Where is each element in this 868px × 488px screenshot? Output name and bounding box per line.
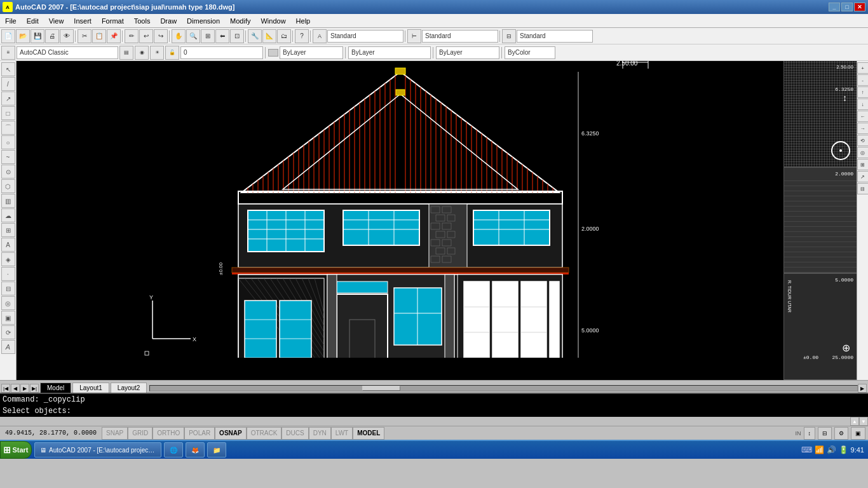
snap-button[interactable]: SNAP: [102, 427, 128, 440]
open-button[interactable]: 📂: [16, 29, 30, 43]
region-tool[interactable]: ☁: [1, 208, 15, 222]
menu-tools[interactable]: Tools: [129, 14, 156, 27]
copy-button[interactable]: 📋: [92, 29, 106, 43]
shrink-btn[interactable]: ⊟: [857, 183, 869, 194]
zoom-previous[interactable]: ⬅: [215, 29, 229, 43]
ortho-button[interactable]: ORTHO: [153, 427, 184, 440]
pan-left-btn[interactable]: ←: [857, 111, 869, 122]
text-tool[interactable]: A: [1, 340, 15, 354]
otrack-button[interactable]: OTRACK: [247, 427, 282, 440]
pan-right-btn[interactable]: →: [857, 123, 869, 134]
start-button[interactable]: ⊞ Start: [0, 441, 32, 459]
adj-btn[interactable]: ⊞: [857, 159, 869, 170]
insert-block[interactable]: ◈: [1, 252, 15, 266]
pan-up-btn[interactable]: ↑: [857, 86, 869, 98]
gradient-tool[interactable]: ⊟: [1, 281, 15, 295]
orbit-btn[interactable]: ⟲: [857, 135, 869, 146]
menu-insert[interactable]: Insert: [69, 14, 97, 27]
wipeout-tool[interactable]: ▣: [1, 311, 15, 325]
taskbar-autocad[interactable]: 🖥 AutoCAD 2007 - [E:\autocad project\sia…: [34, 442, 161, 458]
text-style-dropdown[interactable]: Standard: [327, 30, 403, 43]
grid-button[interactable]: GRID: [128, 427, 153, 440]
canvas-area[interactable]: 2.50.00: [17, 61, 783, 380]
save-button[interactable]: 💾: [31, 29, 44, 43]
status-icon1[interactable]: ↕: [804, 427, 816, 440]
redo-button[interactable]: ↪: [154, 29, 168, 43]
circle-tool[interactable]: ○: [1, 135, 15, 149]
layer-lock-btn[interactable]: 🔓: [165, 46, 179, 60]
mtext-tool[interactable]: A: [1, 238, 15, 252]
settings-icon[interactable]: ⚙: [834, 427, 848, 440]
scroll-first[interactable]: |◀: [1, 384, 10, 393]
lineweight-dropdown[interactable]: ByLayer: [436, 46, 499, 59]
flyout-btn[interactable]: ↗: [857, 171, 869, 182]
osnap-button[interactable]: OSNAP: [215, 427, 247, 440]
layer-status-btn[interactable]: ◉: [135, 46, 149, 60]
taskbar-icon2[interactable]: 🦊: [186, 442, 205, 458]
designcenter[interactable]: 📐: [262, 29, 276, 43]
menu-view[interactable]: View: [44, 14, 69, 27]
close-button[interactable]: ✕: [854, 3, 865, 11]
command-scroll[interactable]: ▲ ▼: [0, 417, 868, 426]
taskbar-icon1[interactable]: 🌐: [164, 442, 183, 458]
taskbar-icon3[interactable]: 📁: [207, 442, 226, 458]
pan-down-btn[interactable]: ↓: [857, 98, 869, 110]
line-tool[interactable]: /: [1, 77, 15, 91]
table-tool[interactable]: ⊞: [1, 223, 15, 237]
plot-button[interactable]: 🖨: [45, 29, 59, 43]
cmd-scroll-up[interactable]: ▲: [850, 417, 859, 426]
restore-button[interactable]: □: [841, 3, 853, 11]
zoom-extent[interactable]: ⊡: [230, 29, 244, 43]
cut-button[interactable]: ✂: [78, 29, 92, 43]
pline-tool[interactable]: ↗: [1, 92, 15, 105]
new-button[interactable]: 📄: [1, 29, 15, 43]
minimize-button[interactable]: _: [829, 3, 840, 11]
menu-help[interactable]: Help: [291, 14, 316, 27]
scroll-prev[interactable]: ◀: [11, 384, 20, 393]
layer-dropdown[interactable]: 0: [180, 46, 263, 59]
revision-tool[interactable]: ⟳: [1, 325, 15, 339]
lwt-button[interactable]: LWT: [331, 427, 353, 440]
match-properties[interactable]: ✏: [125, 29, 139, 43]
zoom-window[interactable]: ⊞: [201, 29, 215, 43]
hscroll-right[interactable]: ▶: [858, 384, 867, 393]
menu-format[interactable]: Format: [97, 14, 129, 27]
polygon-tool[interactable]: ⬡: [1, 179, 15, 193]
ducs-button[interactable]: DUCS: [281, 427, 308, 440]
arc-tool[interactable]: ⌒: [1, 121, 15, 135]
toolpalette[interactable]: 🗂: [277, 29, 291, 43]
menu-dimension[interactable]: Dimension: [182, 14, 225, 27]
rect-tool[interactable]: □: [1, 106, 15, 120]
dim-style-dropdown[interactable]: Standard: [422, 30, 498, 43]
layer-manager-button[interactable]: ≡: [1, 46, 15, 60]
properties-button[interactable]: 🔧: [248, 29, 262, 43]
menu-modify[interactable]: Modify: [225, 14, 255, 27]
pan-button[interactable]: ✋: [172, 29, 186, 43]
scroll-next[interactable]: ▶: [20, 384, 29, 393]
dyn-button[interactable]: DYN: [309, 427, 331, 440]
paste-button[interactable]: 📌: [107, 29, 121, 43]
status-icon2[interactable]: ⊟: [818, 427, 832, 440]
linetype-dropdown[interactable]: ByLayer: [348, 46, 431, 59]
pick-tool[interactable]: ↖: [1, 62, 15, 76]
polar-button[interactable]: POLAR: [184, 427, 215, 440]
plot-preview-button[interactable]: 👁: [60, 29, 74, 43]
color-dropdown[interactable]: ByLayer: [280, 46, 343, 59]
ellipse-tool[interactable]: ⊙: [1, 165, 15, 179]
workspace-dropdown[interactable]: AutoCAD Classic: [17, 46, 118, 59]
free-orbit-btn[interactable]: ◎: [857, 147, 869, 158]
zoom-out-btn[interactable]: -: [857, 74, 869, 86]
titlebar-controls[interactable]: _ □ ✕: [829, 3, 865, 11]
zoom-realtime[interactable]: 🔍: [186, 29, 200, 43]
menu-window[interactable]: Window: [255, 14, 290, 27]
layer-freeze-btn[interactable]: ☀: [150, 46, 164, 60]
hatch-tool[interactable]: ▥: [1, 194, 15, 208]
help-button[interactable]: ?: [295, 29, 309, 43]
undo-button[interactable]: ↩: [139, 29, 153, 43]
scroll-last[interactable]: ▶|: [30, 384, 39, 393]
zoom-in-btn[interactable]: +: [857, 62, 869, 74]
attdef-tool[interactable]: ◎: [1, 296, 15, 310]
menu-file[interactable]: File: [0, 14, 22, 27]
spline-tool[interactable]: ~: [1, 150, 15, 164]
model-space-icon[interactable]: ▣: [851, 427, 865, 440]
